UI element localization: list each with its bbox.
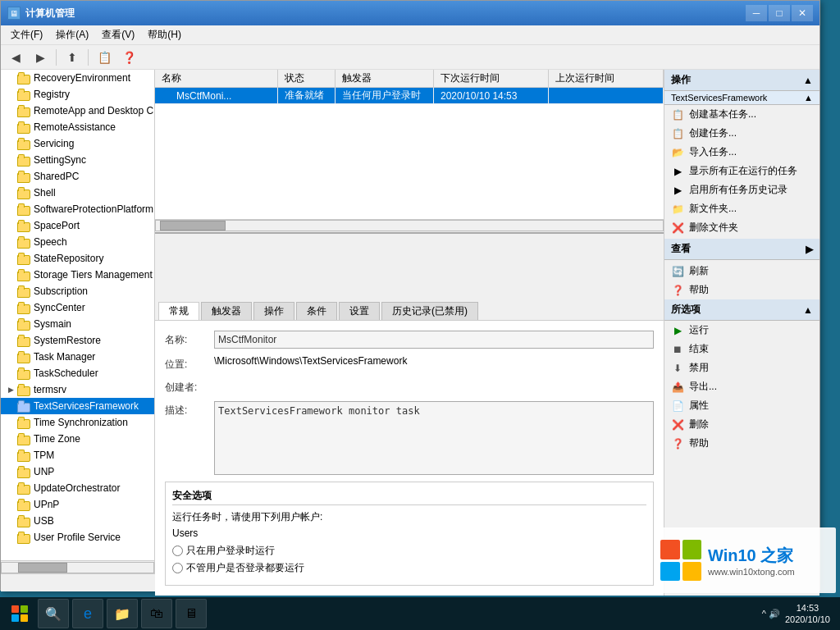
- tree-label: SharedPC: [34, 171, 79, 182]
- taskbar-explorer[interactable]: 📁: [107, 599, 138, 628]
- tree-item[interactable]: UPnP: [1, 496, 154, 513]
- author-label: 创建者:: [165, 378, 214, 395]
- close-button[interactable]: ✕: [792, 5, 813, 21]
- tree-item-userprofile[interactable]: User Profile Service: [1, 529, 154, 546]
- expand-arrow-icon[interactable]: ▶: [4, 383, 17, 396]
- tree-item[interactable]: RecoveryEnvironment: [1, 70, 154, 86]
- ops-new-folder[interactable]: 📁 新文件夹...: [664, 199, 819, 218]
- ops-enable-history[interactable]: ▶ 启用所有任务历史记录: [664, 180, 819, 199]
- radio-option-1: 只在用户登录时运行: [172, 544, 646, 558]
- tree-item[interactable]: UNP: [1, 463, 154, 480]
- col-next-run[interactable]: 下次运行时间: [434, 70, 549, 87]
- tree-item[interactable]: Task Manager: [1, 349, 154, 365]
- tree-item[interactable]: SyncCenter: [1, 299, 154, 316]
- tree-label: RemoteApp and Desktop C: [34, 105, 153, 116]
- tree-item[interactable]: TaskScheduler: [1, 365, 154, 381]
- col-name[interactable]: 名称: [155, 70, 278, 87]
- left-horizontal-scrollbar[interactable]: [1, 560, 154, 573]
- col-last-run[interactable]: 上次运行时间: [549, 70, 664, 87]
- menu-help[interactable]: 帮助(H): [141, 26, 188, 43]
- col-trigger[interactable]: 触发器: [336, 70, 434, 87]
- ops-export[interactable]: 📤 导出...: [664, 377, 819, 396]
- ops-view-help[interactable]: ❓ 帮助: [664, 281, 819, 299]
- tree-item[interactable]: Time Synchronization: [1, 414, 154, 431]
- view-button[interactable]: 📋: [93, 48, 116, 67]
- ops-header-main[interactable]: 操作 ▲: [664, 70, 819, 91]
- tray-icons: ^ 🔊: [762, 609, 780, 619]
- tree-item[interactable]: SettingSync: [1, 152, 154, 168]
- ops-refresh[interactable]: 🔄 刷新: [664, 262, 819, 281]
- tree-item[interactable]: SystemRestore: [1, 332, 154, 349]
- tab-general[interactable]: 常规: [158, 302, 199, 320]
- tree-container[interactable]: RecoveryEnvironment Registry RemoteApp a…: [1, 70, 154, 560]
- menu-file[interactable]: 文件(F): [4, 26, 49, 43]
- help-toolbar-button[interactable]: ❓: [117, 48, 140, 67]
- tree-item[interactable]: TPM: [1, 447, 154, 463]
- up-button[interactable]: ⬆: [61, 48, 84, 67]
- minimize-button[interactable]: ─: [746, 5, 767, 21]
- tree-item[interactable]: Time Zone: [1, 431, 154, 447]
- tree-item-textservices[interactable]: TextServicesFramework: [1, 398, 154, 414]
- radio-always[interactable]: [172, 563, 183, 573]
- menu-action[interactable]: 操作(A): [49, 26, 95, 43]
- ops-end[interactable]: ⏹ 结束: [664, 340, 819, 358]
- tree-item[interactable]: SharedPC: [1, 168, 154, 185]
- tree-item[interactable]: UpdateOrchestrator: [1, 480, 154, 496]
- tree-item[interactable]: StateRepository: [1, 250, 154, 267]
- tree-item[interactable]: Subscription: [1, 283, 154, 299]
- ops-create-task[interactable]: 📋 创建任务...: [664, 124, 819, 143]
- task-name-cell: MsCtfMoni...: [155, 88, 278, 103]
- ops-delete-folder[interactable]: ❌ 删除文件夹: [664, 218, 819, 237]
- maximize-button[interactable]: □: [769, 5, 790, 21]
- taskbar-search[interactable]: 🔍: [38, 599, 69, 628]
- title-bar: 🖥 计算机管理 ─ □ ✕: [1, 1, 819, 25]
- ops-run[interactable]: ▶ 运行: [664, 321, 819, 340]
- tree-item[interactable]: Sysmain: [1, 316, 154, 332]
- tab-triggers[interactable]: 触发器: [201, 302, 252, 320]
- refresh-icon: 🔄: [671, 265, 684, 278]
- back-button[interactable]: ◀: [4, 48, 27, 67]
- taskbar: 🔍 e 📁 🛍 🖥 ^ 🔊 14:53 2020/10/10: [0, 597, 840, 630]
- start-button[interactable]: [3, 597, 36, 630]
- taskbar-store[interactable]: 🛍: [141, 599, 172, 628]
- ops-help[interactable]: ❓ 帮助: [664, 434, 819, 453]
- table-horizontal-scrollbar[interactable]: [155, 219, 664, 232]
- tree-item[interactable]: RemoteApp and Desktop C: [1, 103, 154, 119]
- tree-item[interactable]: Storage Tiers Management: [1, 267, 154, 283]
- tab-settings[interactable]: 设置: [339, 302, 380, 320]
- tree-item-servicing[interactable]: Servicing: [1, 135, 154, 152]
- table-row[interactable]: MsCtfMoni... 准备就绪 当任何用户登录时 2020/10/10 14…: [155, 88, 664, 104]
- date: 2020/10/10: [785, 614, 830, 625]
- taskbar-computer-mgmt[interactable]: 🖥: [176, 599, 207, 628]
- task-table: 名称 状态 触发器 下次运行时间 上次运行时间: [155, 70, 664, 234]
- ops-create-basic-task[interactable]: 📋 创建基本任务...: [664, 105, 819, 124]
- tree-item-shell[interactable]: Shell: [1, 185, 154, 201]
- taskbar-edge[interactable]: e: [72, 599, 103, 628]
- task-status-cell: 准备就绪: [278, 88, 336, 103]
- tree-item-termsrv[interactable]: ▶ termsrv: [1, 381, 154, 398]
- logo-piece-green: [682, 540, 702, 559]
- tree-item[interactable]: USB: [1, 513, 154, 529]
- desc-textarea[interactable]: [214, 401, 654, 475]
- forward-button[interactable]: ▶: [29, 48, 52, 67]
- ops-properties[interactable]: 📄 属性: [664, 396, 819, 415]
- show-running-icon: ▶: [671, 165, 684, 178]
- tree-item[interactable]: SpacePort: [1, 217, 154, 234]
- ops-selected-header[interactable]: 所选项 ▲: [664, 299, 819, 321]
- tree-item[interactable]: RemoteAssistance: [1, 119, 154, 135]
- tree-item[interactable]: SoftwareProtectionPlatform: [1, 201, 154, 217]
- ops-view-header[interactable]: 查看 ▶: [664, 239, 819, 260]
- tab-history[interactable]: 历史记录(已禁用): [381, 302, 478, 320]
- tree-item[interactable]: Registry: [1, 86, 154, 103]
- ops-show-running[interactable]: ▶ 显示所有正在运行的任务: [664, 162, 819, 180]
- col-status[interactable]: 状态: [278, 70, 336, 87]
- tree-item[interactable]: Speech: [1, 234, 154, 250]
- radio-logon-only[interactable]: [172, 546, 183, 556]
- name-input[interactable]: [214, 331, 654, 349]
- tab-conditions[interactable]: 条件: [296, 302, 337, 320]
- menu-view[interactable]: 查看(V): [95, 26, 141, 43]
- tab-actions[interactable]: 操作: [253, 302, 294, 320]
- ops-disable[interactable]: ⬇ 禁用: [664, 358, 819, 377]
- ops-delete[interactable]: ❌ 删除: [664, 415, 819, 434]
- ops-import-task[interactable]: 📂 导入任务...: [664, 143, 819, 162]
